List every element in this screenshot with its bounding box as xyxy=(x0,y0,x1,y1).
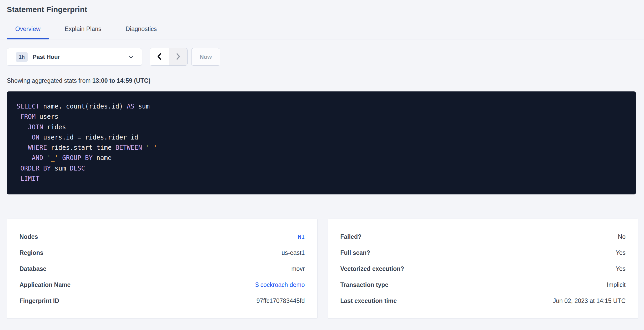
execution-attributes-card: Failed?NoFull scan?YesVectorized executi… xyxy=(328,219,638,319)
sql-line: ON users.id = rides.rider_id xyxy=(17,132,626,143)
table-row: Vectorized execution?Yes xyxy=(340,261,626,277)
tabbar: Overview Explain Plans Diagnostics xyxy=(0,25,644,39)
row-label: Transaction type xyxy=(340,281,389,288)
table-row: Application Name$ cockroach demo xyxy=(19,277,305,293)
sql-line: AND '_' GROUP BY name xyxy=(17,153,626,163)
time-range-badge: 1h xyxy=(16,52,28,62)
sql-line: LIMIT _ xyxy=(17,174,626,184)
row-value: movr xyxy=(291,265,305,272)
chevron-down-icon xyxy=(128,54,134,60)
tab-overview[interactable]: Overview xyxy=(7,25,49,39)
table-row: Last execution timeJun 02, 2023 at 14:15… xyxy=(340,293,626,309)
sql-statement-box: SELECT name, count(rides.id) AS sum FROM… xyxy=(7,91,636,194)
sql-line: WHERE rides.start_time BETWEEN '_' xyxy=(17,143,626,153)
time-range-label: Past Hour xyxy=(33,54,60,60)
next-time-button[interactable] xyxy=(169,48,187,65)
table-row: Full scan?Yes xyxy=(340,245,626,261)
row-value: Jun 02, 2023 at 14:15 UTC xyxy=(553,297,626,305)
summary-cards: NodesN1Regionsus-east1DatabasemovrApplic… xyxy=(7,219,638,319)
table-row: Failed?No xyxy=(340,229,626,245)
sql-line: ORDER BY sum DESC xyxy=(17,163,626,174)
table-row: Databasemovr xyxy=(19,261,305,277)
row-label: Fingerprint ID xyxy=(19,297,59,305)
prev-time-button[interactable] xyxy=(150,48,169,65)
aggregated-stats-prefix: Showing aggregated stats from xyxy=(7,77,92,84)
row-label: Application Name xyxy=(19,281,71,288)
row-value-link[interactable]: $ cockroach demo xyxy=(255,281,305,288)
sql-line: SELECT name, count(rides.id) AS sum xyxy=(17,101,626,112)
time-nav-group xyxy=(150,48,188,66)
time-range-dropdown[interactable]: 1h Past Hour xyxy=(7,48,142,66)
page-title: Statement Fingerprint xyxy=(7,5,644,14)
row-label: Vectorized execution? xyxy=(340,265,404,272)
tab-diagnostics[interactable]: Diagnostics xyxy=(117,25,165,39)
row-value: 97ffc170783445fd xyxy=(256,297,305,305)
table-row: Regionsus-east1 xyxy=(19,245,305,261)
row-label: Last execution time xyxy=(340,297,397,305)
aggregated-stats-range: 13:00 to 14:59 (UTC) xyxy=(92,77,150,84)
chevron-right-icon xyxy=(174,53,182,61)
row-label: Regions xyxy=(19,249,43,256)
table-row: NodesN1 xyxy=(19,229,305,245)
row-label: Full scan? xyxy=(340,249,370,256)
table-row: Fingerprint ID97ffc170783445fd xyxy=(19,293,305,309)
row-label: Failed? xyxy=(340,233,362,240)
row-value: us-east1 xyxy=(281,249,305,256)
statement-details-card: NodesN1Regionsus-east1DatabasemovrApplic… xyxy=(7,219,318,319)
sql-line: FROM users xyxy=(17,112,626,122)
row-value: Yes xyxy=(616,265,626,272)
chevron-left-icon xyxy=(155,53,163,61)
tab-explain-plans[interactable]: Explain Plans xyxy=(56,25,110,39)
aggregated-stats-text: Showing aggregated stats from 13:00 to 1… xyxy=(7,77,644,84)
sql-line: JOIN rides xyxy=(17,122,626,132)
time-picker-row: 1h Past Hour Now xyxy=(7,48,644,66)
now-button[interactable]: Now xyxy=(191,48,220,66)
row-value: Yes xyxy=(616,249,626,256)
table-row: Transaction typeImplicit xyxy=(340,277,626,293)
row-value-link[interactable]: N1 xyxy=(298,234,305,240)
row-value: Implicit xyxy=(607,281,626,288)
row-label: Nodes xyxy=(19,233,38,240)
row-label: Database xyxy=(19,265,46,272)
row-value: No xyxy=(618,233,626,240)
